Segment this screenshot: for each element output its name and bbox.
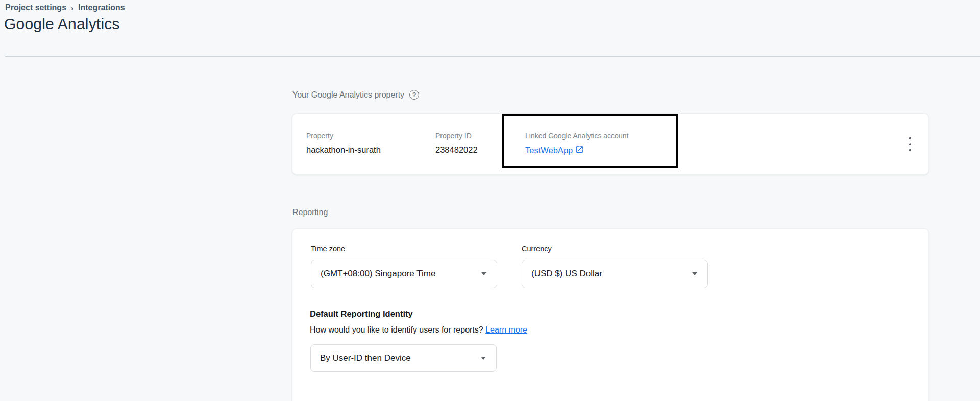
property-id-field: Property ID 238482022 (435, 132, 478, 155)
property-id-label: Property ID (435, 132, 478, 140)
default-reporting-identity-description: How would you like to identify users for… (310, 325, 527, 335)
currency-field: Currency (USD $) US Dollar (522, 245, 708, 288)
timezone-field: Time zone (GMT+08:00) Singapore Time (311, 245, 497, 288)
property-value: hackathon-in-surath (306, 145, 381, 155)
currency-label: Currency (522, 245, 708, 253)
breadcrumb-project-settings[interactable]: Project settings (5, 3, 66, 12)
breadcrumb-integrations[interactable]: Integrations (78, 3, 125, 12)
linked-account-link[interactable]: TestWebApp (525, 145, 584, 156)
property-field: Property hackathon-in-surath (306, 132, 381, 155)
linked-account-link-label: TestWebApp (525, 146, 573, 155)
property-card: Property hackathon-in-surath Property ID… (292, 113, 929, 175)
kebab-menu-icon[interactable] (907, 135, 914, 153)
chevron-down-icon (692, 272, 697, 275)
reporting-section-heading-label: Reporting (292, 208, 328, 217)
chevron-down-icon (481, 272, 486, 275)
linked-account-label: Linked Google Analytics account (525, 132, 628, 140)
timezone-label: Time zone (311, 245, 497, 253)
currency-dropdown-value: (USD $) US Dollar (531, 269, 602, 279)
help-icon[interactable]: ? (409, 90, 419, 100)
timezone-dropdown[interactable]: (GMT+08:00) Singapore Time (311, 260, 497, 288)
chevron-right-icon: › (70, 4, 74, 12)
reporting-card: Time zone (GMT+08:00) Singapore Time Cur… (292, 228, 929, 401)
property-section-heading: Your Google Analytics property ? (292, 90, 419, 100)
reporting-section-heading: Reporting (292, 208, 328, 217)
identity-description-text: How would you like to identify users for… (310, 325, 483, 334)
property-section-heading-label: Your Google Analytics property (292, 90, 404, 100)
property-label: Property (306, 132, 381, 140)
linked-account-field: Linked Google Analytics account TestWebA… (525, 132, 628, 156)
reporting-identity-dropdown-value: By User-ID then Device (320, 353, 411, 363)
header-divider (5, 56, 980, 57)
learn-more-link[interactable]: Learn more (485, 325, 527, 334)
page-title: Google Analytics (4, 15, 120, 33)
property-id-value: 238482022 (435, 145, 478, 155)
timezone-dropdown-value: (GMT+08:00) Singapore Time (321, 269, 435, 279)
open-in-new-icon (575, 145, 584, 156)
chevron-down-icon (481, 357, 486, 360)
reporting-identity-dropdown[interactable]: By User-ID then Device (310, 344, 497, 372)
currency-dropdown[interactable]: (USD $) US Dollar (522, 260, 708, 288)
default-reporting-identity-title: Default Reporting Identity (310, 309, 413, 319)
breadcrumb: Project settings › Integrations (5, 3, 125, 12)
